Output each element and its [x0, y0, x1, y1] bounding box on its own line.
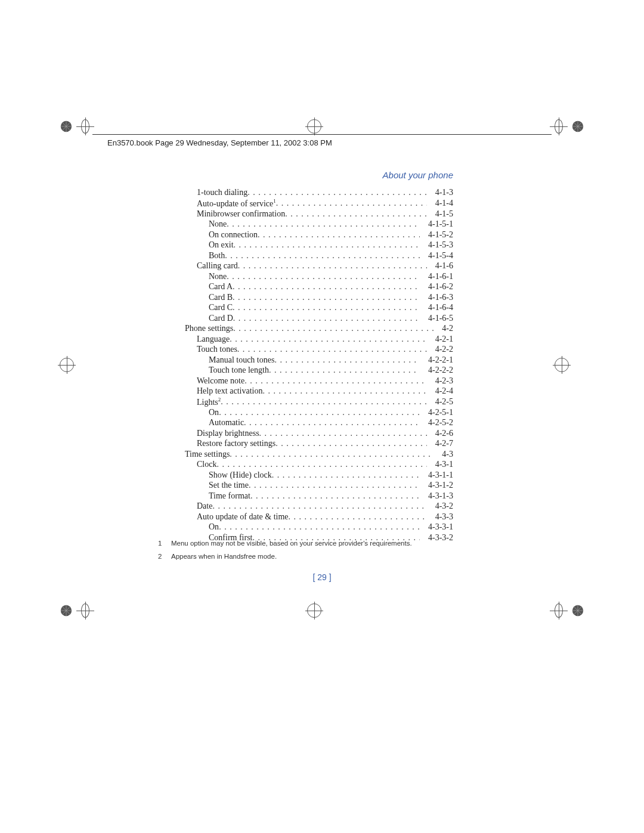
- toc-leader-dots: [212, 501, 426, 512]
- toc-label: Help text activation: [197, 386, 262, 397]
- toc-number: 4-2-1: [427, 334, 453, 345]
- toc-number: 4-1-5-4: [420, 250, 453, 261]
- toc-leader-dots: [276, 198, 427, 209]
- toc-leader-dots: [230, 334, 426, 345]
- toc-number: 4-3-3: [427, 512, 453, 522]
- toc-entry: Phone settings4-2: [158, 323, 453, 334]
- toc-number: 4-2-3: [427, 376, 453, 386]
- crop-mark-icon: [307, 603, 337, 633]
- toc-entry: Restore factory settings4-2-7: [158, 438, 453, 449]
- toc-entry: Date4-3-2: [158, 501, 453, 512]
- toc-label: Card C: [209, 302, 233, 313]
- toc-label: Automatic: [209, 417, 244, 428]
- toc-number: 4-3-1-1: [420, 470, 453, 481]
- toc-entry: Time format4-3-1-3: [158, 491, 453, 501]
- toc-number: 4-2-2-1: [420, 355, 453, 366]
- toc-entry: On4-2-5-1: [158, 407, 453, 418]
- crop-mark-icon: [555, 358, 584, 388]
- toc-leader-dots: [221, 397, 426, 407]
- toc-number: 4-2-6: [427, 428, 453, 439]
- toc-label: On: [209, 522, 219, 532]
- toc-label: Both: [209, 250, 225, 261]
- toc-leader-dots: [285, 209, 427, 219]
- toc-label: Manual touch tones: [209, 355, 274, 366]
- toc-label: Display brightness: [197, 428, 259, 439]
- crop-mark-icon: [555, 603, 584, 633]
- toc-entry: 1-touch dialing4-1-3: [158, 187, 453, 198]
- toc-number: 4-1-5-2: [420, 230, 453, 240]
- toc-label: Lights2: [197, 397, 221, 407]
- toc-entry: Minibrowser confirmation4-1-5: [158, 209, 453, 219]
- toc-entry: Touch tones4-2-2: [158, 344, 453, 355]
- toc-label: Auto-update of service1: [197, 198, 276, 209]
- toc-leader-dots: [233, 292, 420, 303]
- crop-mark-icon: [60, 119, 89, 149]
- footnote-text: Menu option may not be visible, based on…: [171, 540, 412, 547]
- toc-leader-dots: [289, 512, 427, 522]
- toc-entry: On4-3-3-1: [158, 522, 453, 532]
- toc-label: Touch tone length: [209, 365, 269, 376]
- toc-number: 4-3-1-2: [420, 480, 453, 491]
- toc-entry: None4-1-5-1: [158, 219, 453, 230]
- toc-leader-dots: [238, 261, 427, 271]
- toc-entry: None4-1-6-1: [158, 271, 453, 282]
- toc-number: 4-2-5: [427, 397, 453, 407]
- toc-label: Clock: [197, 459, 216, 470]
- toc-number: 4-1-3: [427, 187, 453, 198]
- toc-label: 1-touch dialing: [197, 187, 247, 198]
- toc-entry: Card B4-1-6-3: [158, 292, 453, 303]
- toc-number: 4-2-2-2: [420, 365, 453, 376]
- toc-label: Card D: [209, 313, 233, 324]
- toc-leader-dots: [249, 480, 420, 491]
- toc-leader-dots: [233, 323, 434, 334]
- page-number: [ 29 ]: [0, 572, 644, 582]
- toc-leader-dots: [258, 230, 420, 240]
- toc-entry: Set the time4-3-1-2: [158, 480, 453, 491]
- toc-number: 4-2-2: [427, 344, 453, 355]
- toc-leader-dots: [227, 271, 420, 282]
- toc-leader-dots: [250, 491, 420, 501]
- toc-label: Time format: [209, 491, 250, 501]
- toc-label: Date: [197, 501, 212, 512]
- toc-label: Phone settings: [185, 323, 233, 334]
- footnotes: 1Menu option may not be visible, based o…: [158, 540, 453, 566]
- toc-number: 4-1-6-5: [420, 313, 453, 324]
- header-divider: [92, 134, 552, 135]
- toc-number: 4-1-6-3: [420, 292, 453, 303]
- toc-leader-dots: [262, 386, 426, 397]
- toc-number: 4-3-1: [427, 459, 453, 470]
- toc-label: Welcome note: [197, 376, 244, 386]
- toc-number: 4-2-4: [427, 386, 453, 397]
- toc-leader-dots: [230, 449, 434, 460]
- toc-label: Show (Hide) clock: [209, 470, 272, 481]
- toc-label: Set the time: [209, 480, 249, 491]
- toc-label: Minibrowser confirmation: [197, 209, 285, 219]
- toc-label: Time settings: [185, 449, 230, 460]
- toc-entry: Time settings4-3: [158, 449, 453, 460]
- toc-label: Restore factory settings: [197, 438, 275, 449]
- toc-label: Auto update of date & time: [197, 512, 289, 522]
- toc-entry: Manual touch tones4-2-2-1: [158, 355, 453, 366]
- toc-number: 4-1-5-3: [420, 240, 453, 250]
- toc-entry: Help text activation4-2-4: [158, 386, 453, 397]
- toc-leader-dots: [233, 313, 420, 324]
- toc-entry: Card C4-1-6-4: [158, 302, 453, 313]
- toc-number: 4-1-6: [427, 261, 453, 271]
- toc-entry: On connection4-1-5-2: [158, 230, 453, 240]
- toc-label: None: [209, 219, 227, 230]
- toc-leader-dots: [233, 281, 420, 292]
- header-text: En3570.book Page 29 Wednesday, September…: [107, 138, 332, 147]
- toc-number: 4-2-5-1: [420, 407, 453, 418]
- toc-leader-dots: [216, 459, 426, 470]
- toc-number: 4-3-3-1: [420, 522, 453, 532]
- toc-leader-dots: [259, 428, 427, 439]
- toc-number: 4-2: [434, 323, 453, 334]
- toc-number: 4-1-6-4: [420, 302, 453, 313]
- toc-label: Card A: [209, 281, 233, 292]
- toc-leader-dots: [244, 417, 420, 428]
- toc-leader-dots: [269, 365, 420, 376]
- toc-leader-dots: [233, 302, 420, 313]
- toc-label: Touch tones: [197, 344, 237, 355]
- toc-number: 4-1-5-1: [420, 219, 453, 230]
- toc-leader-dots: [219, 522, 420, 532]
